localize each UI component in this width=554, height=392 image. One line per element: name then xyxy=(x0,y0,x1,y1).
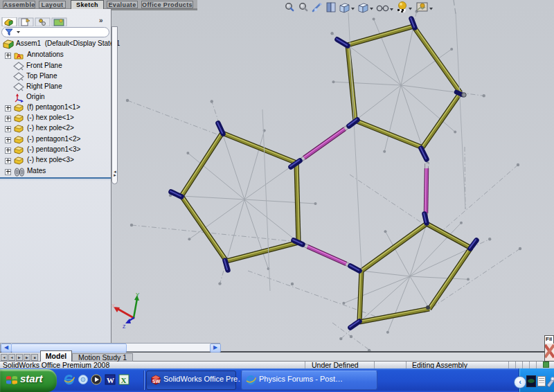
svg-text:X: X xyxy=(121,376,127,384)
svg-text:A: A xyxy=(17,53,21,60)
svg-text:W: W xyxy=(107,376,114,384)
svg-text:Z: Z xyxy=(123,324,126,329)
svg-text:Y: Y xyxy=(136,292,140,298)
svg-text:SW: SW xyxy=(152,379,161,384)
svg-text:X: X xyxy=(111,303,116,309)
